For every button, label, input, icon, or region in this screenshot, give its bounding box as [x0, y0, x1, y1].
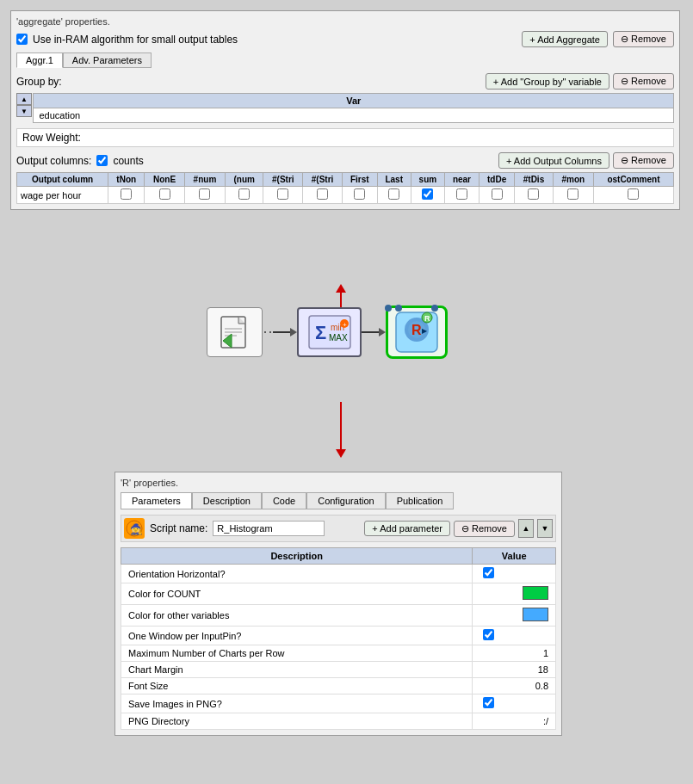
script-row: 🧙 Script name: + Add parameter ⊖ Remove …: [121, 515, 556, 542]
svg-text:R: R: [411, 323, 422, 337]
output-col-header-sum: sum: [411, 173, 444, 187]
r-tab-configuration[interactable]: Configuration: [306, 492, 385, 509]
output-columns-left: Output columns: counts: [16, 155, 144, 167]
r-tabs-row: Parameters Description Code Configuratio…: [121, 492, 556, 509]
svg-text:▶: ▶: [422, 327, 428, 335]
add-group-by-button[interactable]: + Add "Group by" variable: [486, 73, 609, 90]
output-col-header-tde: tdDe: [479, 173, 514, 187]
aggregate-tabs: Aggr.1 Adv. Parameters: [16, 52, 674, 68]
script-label: Script name:: [150, 522, 207, 534]
add-parameter-button[interactable]: + Add parameter: [364, 521, 450, 536]
output-col-header-stri2: #(Stri: [303, 173, 343, 187]
svg-text:+: +: [343, 321, 347, 329]
param-png-dir-label: PNG Directory: [121, 713, 473, 730]
param-max-charts-label: Maximum Number of Charts per Row: [121, 645, 473, 662]
output-row-stri: [263, 187, 303, 204]
svg-text:R: R: [424, 314, 430, 323]
color-other-box[interactable]: [523, 608, 548, 621]
table-row: Chart Margin 18: [121, 662, 556, 678]
group-by-col-header: Var: [34, 94, 674, 108]
param-one-window-value: [473, 627, 556, 645]
r-tab-publication[interactable]: Publication: [386, 492, 455, 509]
output-row-tde: [479, 187, 514, 204]
tab-adv-parameters[interactable]: Adv. Parameters: [63, 52, 152, 68]
flow-arrow-2: [362, 328, 386, 336]
param-max-charts-value: 1: [473, 645, 556, 662]
script-buttons: + Add parameter ⊖ Remove ▲ ▼: [364, 519, 553, 538]
script-icon: 🧙: [124, 518, 145, 539]
use-ram-checkbox[interactable]: [16, 34, 28, 45]
output-row-near: [444, 187, 479, 204]
wizard-icon: 🧙: [126, 520, 143, 537]
flow-nodes-row: Σ min MAX + R ▶ R: [207, 306, 448, 359]
move-down-button[interactable]: ▼: [537, 519, 553, 538]
r-params-table: Description Value Orientation Horizontal…: [121, 547, 556, 730]
table-row: One Window per InputPin?: [121, 627, 556, 645]
arrow-head: [290, 328, 297, 336]
script-name-input[interactable]: [213, 521, 325, 536]
arrow-down-line: [340, 402, 342, 449]
color-count-box[interactable]: [523, 586, 548, 600]
r-tab-description[interactable]: Description: [192, 492, 262, 509]
r-node[interactable]: R ▶ R: [386, 306, 448, 359]
param-orientation-value: [473, 565, 556, 583]
add-aggregate-button[interactable]: + Add Aggregate: [522, 31, 608, 47]
r-tab-code[interactable]: Code: [262, 492, 306, 509]
arrow-down-head: [336, 449, 346, 458]
output-col-header-tnon: tNon: [108, 173, 145, 187]
output-remove-button[interactable]: ⊖ Remove: [613, 152, 674, 169]
param-font-size-value: 0.8: [473, 678, 556, 694]
param-color-count-label: Color for COUNT: [121, 583, 473, 605]
aggregate-remove-button[interactable]: ⊖ Remove: [613, 31, 674, 47]
r-panel: 'R' properties. Parameters Description C…: [114, 472, 562, 736]
param-color-count-value: [473, 583, 556, 605]
counts-label: counts: [113, 155, 143, 167]
param-one-window-label: One Window per InputPin?: [121, 627, 473, 645]
use-ram-label: Use in-RAM algorithm for small output ta…: [33, 34, 238, 46]
table-row: Maximum Number of Charts per Row 1: [121, 645, 556, 662]
output-col-header-first: First: [343, 173, 378, 187]
param-save-png-value: [473, 694, 556, 713]
scroll-col: ▲ ▼: [16, 93, 33, 128]
vertical-down-arrow: [336, 402, 346, 458]
row-weight-row: Row Weight:: [16, 128, 674, 147]
output-col-header-comment: ostComment: [593, 173, 673, 187]
output-col-header-name: Output column: [17, 173, 108, 187]
r-icon: R ▶ R: [394, 311, 439, 354]
aggregate-node[interactable]: Σ min MAX +: [297, 307, 362, 357]
r-tab-parameters[interactable]: Parameters: [121, 492, 192, 509]
aggregate-panel: 'aggregate' properties. Use in-RAM algor…: [10, 10, 680, 210]
params-header-value: Value: [473, 548, 556, 565]
doc-node[interactable]: [207, 307, 263, 357]
tab-aggr1[interactable]: Aggr.1: [16, 52, 63, 68]
arrow-up-head: [336, 284, 346, 293]
output-row-sum: [411, 187, 444, 204]
r-remove-button[interactable]: ⊖ Remove: [454, 521, 515, 537]
flow-arrow-1: [263, 328, 297, 336]
counts-checkbox[interactable]: [96, 155, 108, 166]
table-row: wage per hour: [17, 187, 674, 204]
output-row-first: [343, 187, 378, 204]
row-weight-input[interactable]: [86, 133, 668, 143]
r-panel-title: 'R' properties.: [121, 478, 556, 488]
scroll-down-button[interactable]: ▼: [16, 105, 32, 117]
scroll-up-button[interactable]: ▲: [16, 93, 32, 105]
output-col-header-none: NonE: [145, 173, 185, 187]
params-header-description: Description: [121, 548, 473, 565]
param-png-dir-value: :/: [473, 713, 556, 730]
table-row: Color for other variables: [121, 605, 556, 627]
output-row-tnon: [108, 187, 145, 204]
move-up-button[interactable]: ▲: [518, 519, 534, 538]
output-row-num: [184, 187, 225, 204]
output-row-tdis: [515, 187, 553, 204]
output-col-header-tdis: #tDis: [515, 173, 553, 187]
group-by-remove-button[interactable]: ⊖ Remove: [613, 73, 674, 90]
param-chart-margin-label: Chart Margin: [121, 662, 473, 678]
add-output-columns-button[interactable]: + Add Output Columns: [498, 152, 609, 169]
param-color-other-value: [473, 605, 556, 627]
svg-text:🧙: 🧙: [130, 522, 143, 535]
output-row-last: [377, 187, 411, 204]
sigma-icon: Σ min MAX +: [308, 315, 351, 349]
svg-text:MAX: MAX: [329, 333, 348, 343]
param-color-other-label: Color for other variables: [121, 605, 473, 627]
